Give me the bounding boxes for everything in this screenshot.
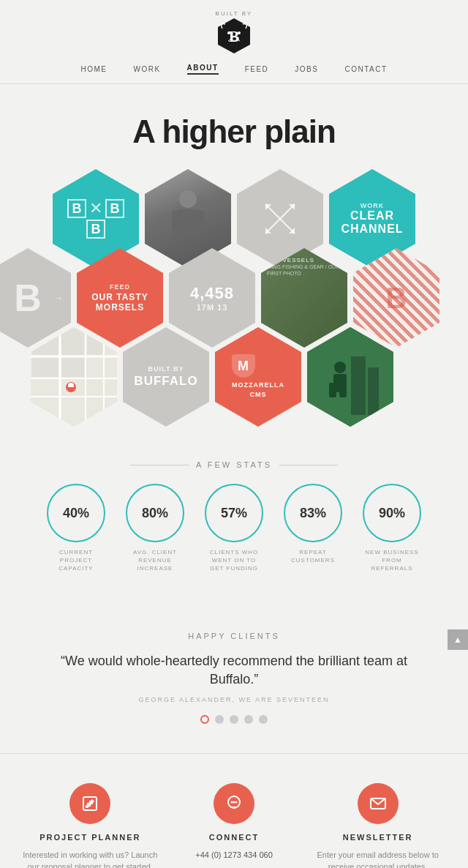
svg-rect-37 [329,383,336,397]
carousel-dot-3[interactable] [230,715,238,724]
footer-newsletter-text: Enter your email address below to receiv… [309,849,446,868]
hex-grid: B ✕ B B [29,179,439,416]
svg-rect-24 [32,329,58,355]
svg-rect-28 [61,358,84,377]
hex-skate-photo [307,327,393,427]
stat-item-3: 57% CLIENTS WHOWENT ON TOGET FUNDING [205,484,263,573]
carousel-dot-2[interactable] [215,715,224,724]
svg-point-45 [235,801,238,803]
stat-label-4: REPEATCUSTOMERS [291,548,335,564]
stat-circle-3: 57% [205,484,263,542]
buffalo-logo-icon: B [215,17,253,55]
carousel-dot-5[interactable] [259,715,268,724]
connect-icon [214,783,254,824]
svg-point-44 [233,801,235,803]
hero-title: A higher plain [0,113,468,150]
footer-planner-title: PROJECT PLANNER [39,833,140,842]
svg-rect-26 [87,329,102,355]
svg-rect-25 [61,329,84,355]
nav-feed[interactable]: FEED [232,65,282,73]
hero-section: A higher plain [0,84,468,172]
stat-circle-2: 80% [126,484,184,542]
svg-text:B: B [229,27,240,45]
stat-circle-5: 90% [363,484,421,542]
stat-label-1: CURRENTPROJECTCAPACITY [58,548,93,573]
svg-point-43 [231,801,233,803]
clients-title: HAPPY CLIENTS [44,632,424,640]
svg-point-2 [227,31,230,34]
header: BUILT BY B HOME WORK ABOUT FE [0,0,468,84]
stat-label-3: CLIENTS WHOWENT ON TOGET FUNDING [210,548,259,573]
svg-rect-32 [307,327,393,427]
footer-col-connect: CONNECT +44 (0) 1273 434 060 hello@built… [166,783,303,868]
carousel-dot-4[interactable] [244,715,253,724]
footer-col-newsletter: NEWSLETTER Enter your email address belo… [309,783,446,868]
carousel-dot-1[interactable] [200,715,209,724]
stat-circle-1: 40% [47,484,105,542]
svg-rect-34 [368,367,379,415]
hex-mozzarella[interactable]: M MOZZARELLACMS [215,327,301,427]
nav-jobs[interactable]: JOBS [282,65,331,73]
footer-col-planner: PROJECT PLANNER Interested in working wi… [22,783,159,868]
svg-rect-38 [339,383,347,397]
footer-phone: +44 (0) 1273 434 060 [195,849,273,861]
stat-circle-4: 83% [284,484,342,542]
main-nav: HOME WORK ABOUT FEED JOBS CONTACT [0,58,468,84]
nav-home[interactable]: HOME [67,65,120,73]
stat-item-5: 90% NEW BUSINESSFROMREFERRALS [363,484,421,573]
svg-rect-8 [177,209,199,235]
nav-work[interactable]: WORK [120,65,173,73]
testimonial-author: GEORGE ALEXANDER, WE ARE SEVENTEEN [44,696,424,703]
footer-newsletter-title: NEWSLETTER [343,833,413,842]
clients-section: HAPPY CLIENTS “We would whole-heartedly … [0,617,468,753]
svg-point-3 [238,31,241,34]
stats-divider: A FEW STATS [0,460,468,469]
nav-about[interactable]: ABOUT [174,64,232,75]
hex-buffalo[interactable]: BUILT BY BUFFALO [123,327,209,427]
newsletter-icon [358,783,399,824]
nav-contact[interactable]: CONTACT [331,65,400,73]
svg-rect-27 [32,358,58,377]
hex-map[interactable] [31,327,117,427]
stat-item-4: 83% REPEATCUSTOMERS [284,484,342,573]
svg-rect-10 [197,211,204,231]
svg-point-35 [334,362,346,373]
stat-item-2: 80% AVG. CLIENTREVENUEINCREASE [126,484,184,573]
footer-planner-text: Interested in working with us? Launch ou… [22,849,159,868]
stats-section: A FEW STATS 40% CURRENTPROJECTCAPACITY 8… [0,446,468,617]
stat-label-5: NEW BUSINESSFROMREFERRALS [365,548,418,573]
stat-item-1: 40% CURRENTPROJECTCAPACITY [47,484,105,573]
scroll-top-button[interactable]: ▲ [448,629,468,650]
footer-connect-title: CONNECT [209,833,259,842]
stats-circles: 40% CURRENTPROJECTCAPACITY 80% AVG. CLIE… [0,484,468,573]
built-by-label: BUILT BY [216,10,253,17]
svg-rect-9 [172,211,179,231]
stats-title: A FEW STATS [196,460,272,469]
testimonial-quote: “We would whole-heartedly recommend the … [44,652,424,689]
svg-rect-33 [351,356,366,415]
footer-top: PROJECT PLANNER Interested in working wi… [0,753,468,868]
logo-container: BUILT BY B [0,10,468,55]
svg-point-7 [179,190,197,208]
stat-label-2: AVG. CLIENTREVENUEINCREASE [133,548,177,573]
project-planner-icon [69,783,110,824]
carousel-dots [44,715,424,724]
